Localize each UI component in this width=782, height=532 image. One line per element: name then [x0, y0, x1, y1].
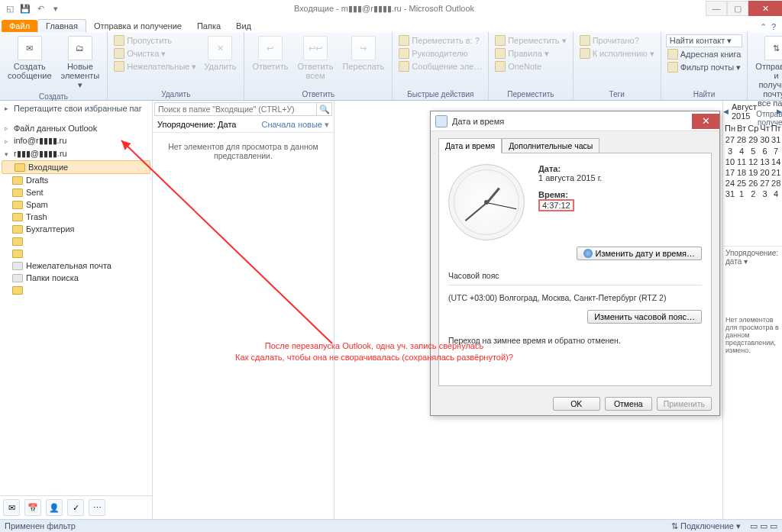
todo-bar: ◀Август 2015▶ ПнВтСрЧтПтСбВс 27282930311… — [722, 101, 782, 519]
change-timezone-button[interactable]: Изменить часовой пояс… — [587, 310, 702, 324]
empty-list-text: Нет элементов для просмотра в данном пре… — [153, 133, 334, 169]
close-button[interactable]: ✕ — [748, 1, 782, 16]
title-bar: ◱ 💾 ↶ ▾ Входящие - m▮▮▮@r▮▮▮▮.ru - Micro… — [0, 0, 782, 17]
tasks-view-icon[interactable]: ✓ — [67, 499, 84, 516]
folder-drafts[interactable]: Drafts — [0, 174, 152, 186]
qat-more-icon[interactable]: ▾ — [49, 2, 63, 15]
address-book-button[interactable]: Адресная книга — [666, 48, 743, 60]
todo-empty: Нет элементов для просмотра в данном пре… — [723, 314, 782, 356]
date-time-dialog: Дата и время ✕ Дата и время Дополнительн… — [430, 111, 720, 416]
new-items-button[interactable]: 🗂Новые элементы ▾ — [58, 34, 103, 92]
rules-button[interactable]: Правила ▾ — [493, 47, 567, 60]
junk-button[interactable]: Нежелательные ▾ — [112, 60, 198, 73]
cleanup-button[interactable]: Очистка ▾ — [112, 47, 198, 60]
tab-view[interactable]: Вид — [228, 20, 259, 32]
tab-send-receive[interactable]: Отправка и получение — [86, 20, 189, 32]
help-icon[interactable]: ? — [771, 22, 776, 32]
favorites-header[interactable]: ▸Перетащите свои избранные паг — [0, 101, 152, 116]
timezone-label: Часовой пояс — [448, 271, 702, 280]
dialog-close-button[interactable]: ✕ — [692, 114, 719, 129]
ok-button[interactable]: OK — [553, 397, 600, 411]
move-button[interactable]: Переместить ▾ — [493, 34, 567, 47]
account-2-node[interactable]: ▾r▮▮▮@▮▮▮▮.ru — [0, 147, 152, 160]
reply-all-button[interactable]: ↩↩Ответить всем — [295, 34, 337, 82]
apply-button[interactable]: Применить — [657, 397, 712, 411]
minimize-ribbon-icon[interactable]: ⌃ — [760, 22, 767, 32]
delete-button[interactable]: ✕Удалить — [201, 34, 239, 73]
mini-calendar[interactable]: ПнВтСрЧтПтСбВс 272829303112 3456789 1011… — [723, 122, 782, 200]
folder-blank-2[interactable] — [0, 247, 152, 260]
folder-search[interactable]: Папки поиска — [0, 272, 152, 284]
status-connection: ⇅ Подключение ▾ — [671, 521, 741, 531]
tab-home[interactable]: Главная — [37, 19, 86, 32]
cancel-button[interactable]: Отмена — [605, 397, 652, 411]
folder-trash[interactable]: Trash — [0, 211, 152, 223]
unread-button[interactable]: Прочитано? — [578, 34, 656, 47]
change-date-time-button[interactable]: Изменить дату и время… — [577, 247, 703, 260]
tab-date-time[interactable]: Дата и время — [438, 138, 502, 153]
minimize-button[interactable]: — — [706, 1, 727, 16]
message-list-pane: 🔍 Упорядочение: Дата Сначала новые ▾ Нет… — [153, 101, 334, 519]
account-1-node[interactable]: ▹info@r▮▮▮▮.ru — [0, 134, 152, 147]
date-value: 1 августа 2015 г. — [538, 173, 602, 182]
team-email-button[interactable]: Сообщение эле… — [397, 60, 483, 73]
new-message-button[interactable]: ✉Создать сообщение — [5, 34, 55, 82]
folder-accounting[interactable]: Бухгалтерия — [0, 223, 152, 235]
dialog-panel: Дата: 1 августа 2015 г. Время: 4:37:12 И… — [438, 153, 712, 386]
dialog-titlebar: Дата и время ✕ — [431, 111, 719, 131]
more-views-icon[interactable]: ⋯ — [89, 499, 105, 516]
onenote-button[interactable]: OneNote — [493, 60, 567, 73]
todo-arrange[interactable]: Упорядочение: дата ▾ — [723, 246, 782, 268]
tab-additional-clocks[interactable]: Дополнительные часы — [502, 138, 599, 153]
search-icon[interactable]: 🔍 — [316, 103, 331, 115]
view-buttons[interactable]: ▭ ▭ ▭ — [750, 521, 777, 531]
dialog-tabs: Дата и время Дополнительные часы — [438, 137, 712, 153]
mail-view-icon[interactable]: ✉ — [3, 499, 20, 516]
forward-button[interactable]: ↪Переслать — [340, 34, 388, 73]
status-bar: Применен фильтр ⇅ Подключение ▾ ▭ ▭ ▭ — [0, 519, 782, 532]
group-quick-steps: Переместить в: ? Руководителю Сообщение … — [393, 32, 489, 100]
ribbon-help: ⌃ ? — [760, 22, 782, 32]
undo-icon[interactable]: ↶ — [34, 2, 47, 15]
ribbon: ✉Создать сообщение 🗂Новые элементы ▾ Соз… — [0, 32, 782, 101]
group-label: Удалить — [161, 89, 190, 99]
dialog-footer: OK Отмена Применить — [431, 392, 719, 415]
timezone-value: (UTC +03:00) Волгоград, Москва, Санкт-Пе… — [448, 293, 702, 302]
maximize-button[interactable]: ▢ — [727, 1, 748, 16]
ignore-button[interactable]: Пропустить — [112, 34, 198, 47]
group-label: Ответить — [302, 89, 335, 99]
search-input[interactable] — [155, 103, 316, 115]
group-create: ✉Создать сообщение 🗂Новые элементы ▾ Соз… — [0, 32, 108, 100]
status-filter: Применен фильтр — [5, 521, 76, 530]
folder-blank-1[interactable] — [0, 235, 152, 247]
save-icon[interactable]: 💾 — [18, 2, 32, 15]
follow-up-button[interactable]: К исполнению ▾ — [578, 47, 656, 60]
contacts-view-icon[interactable]: 👤 — [46, 499, 63, 516]
time-value: 4:37:12 — [538, 199, 574, 211]
arrange-by-bar[interactable]: Упорядочение: Дата Сначала новые ▾ — [153, 118, 334, 133]
folder-blank-3[interactable] — [0, 284, 152, 296]
to-manager-button[interactable]: Руководителю — [397, 47, 483, 60]
quick-access-toolbar: ◱ 💾 ↶ ▾ — [0, 2, 63, 15]
tab-file[interactable]: Файл — [2, 20, 37, 32]
tab-folder[interactable]: Папка — [189, 20, 228, 32]
analog-clock — [448, 164, 525, 240]
group-find: Найти контакт ▾ Адресная книга Фильтр по… — [661, 32, 748, 100]
group-move: Переместить ▾ Правила ▾ OneNote Перемест… — [489, 32, 573, 100]
folder-junk[interactable]: Нежелательная почта — [0, 260, 152, 272]
data-file-node[interactable]: ▹Файл данных Outlook — [0, 122, 152, 134]
folder-inbox[interactable]: Входящие — [2, 160, 150, 174]
move-to-button[interactable]: Переместить в: ? — [397, 34, 483, 47]
ribbon-tabs: Файл Главная Отправка и получение Папка … — [0, 17, 782, 32]
reply-button[interactable]: ↩Ответить — [249, 34, 291, 73]
calendar-view-icon[interactable]: 📅 — [24, 499, 41, 516]
group-label: Быстрые действия — [407, 89, 473, 99]
send-receive-all-button[interactable]: ⇅Отправить и получить почту - все папки — [752, 34, 782, 109]
filter-email-button[interactable]: Фильтр почты ▾ — [666, 61, 743, 73]
dst-note: Переход на зимнее время и обратно отмене… — [448, 336, 702, 345]
calendar-header[interactable]: ◀Август 2015▶ — [723, 101, 782, 122]
folder-spam[interactable]: Spam — [0, 198, 152, 211]
folder-sent[interactable]: Sent — [0, 186, 152, 198]
group-respond: ↩Ответить ↩↩Ответить всем ↪Переслать Отв… — [244, 32, 393, 100]
find-contact-input[interactable]: Найти контакт ▾ — [666, 34, 743, 47]
